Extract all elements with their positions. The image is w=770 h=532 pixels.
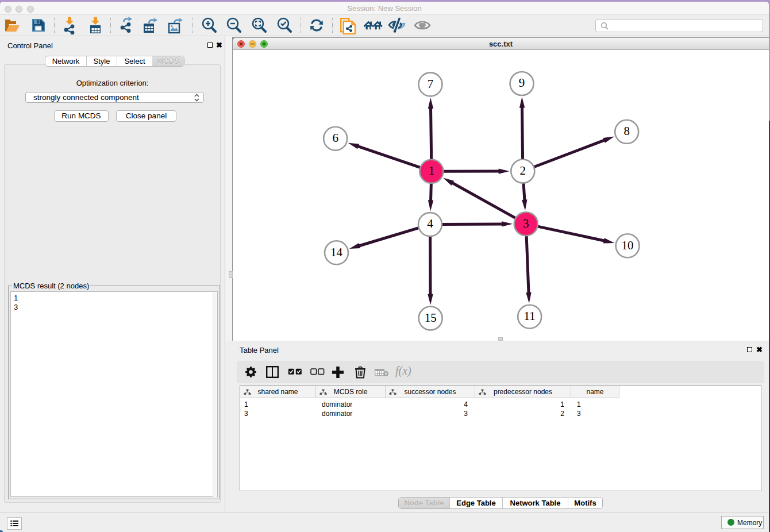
svg-text:14: 14: [330, 245, 343, 259]
svg-text:15: 15: [425, 311, 437, 325]
svg-text:10: 10: [622, 238, 634, 252]
svg-text:2: 2: [520, 164, 526, 178]
svg-text:7: 7: [428, 77, 434, 91]
svg-text:1: 1: [429, 164, 435, 178]
svg-text:3: 3: [523, 217, 529, 230]
svg-text:9: 9: [519, 76, 525, 90]
svg-text:4: 4: [427, 217, 433, 230]
svg-text:8: 8: [623, 124, 630, 138]
svg-text:6: 6: [332, 131, 338, 145]
svg-text:11: 11: [524, 309, 536, 323]
